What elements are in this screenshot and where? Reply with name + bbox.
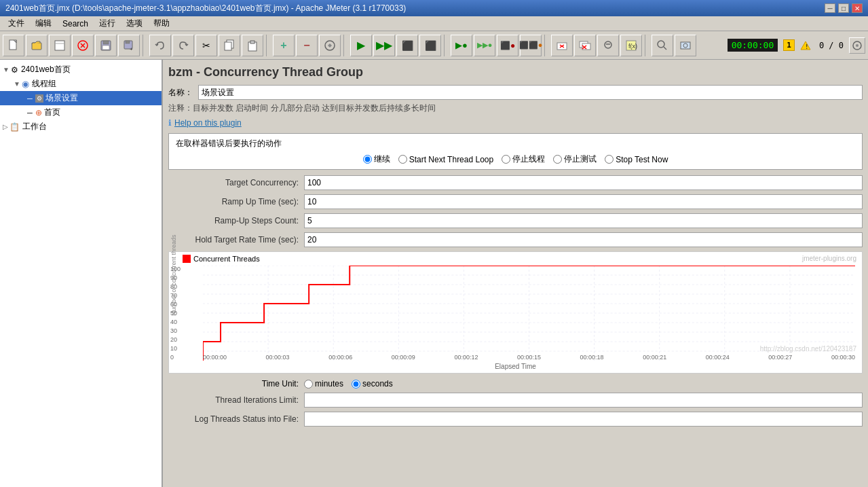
svg-rect-9 <box>102 46 109 50</box>
hold-target-rate-input[interactable] <box>304 232 863 247</box>
start-no-pause-button[interactable]: ▶▶ <box>373 35 395 56</box>
hold-target-rate-label: Hold Target Rate Time (sec): <box>168 235 304 245</box>
time-unit-options: minutes seconds <box>304 379 393 389</box>
radio-stop-thread[interactable]: 停止线程 <box>502 154 545 165</box>
target-concurrency-label: Target Concurrency: <box>168 178 304 187</box>
name-input[interactable] <box>198 85 863 100</box>
menu-help[interactable]: 帮助 <box>148 16 175 31</box>
menu-run[interactable]: 运行 <box>94 16 121 31</box>
tree-label-homepage: 首页 <box>44 107 60 118</box>
radio-next-loop[interactable]: Start Next Thread Loop <box>398 155 494 164</box>
save-button[interactable] <box>95 35 117 56</box>
shutdown-button[interactable]: ⬛ <box>419 35 441 56</box>
function-button[interactable]: f(x) <box>620 35 642 56</box>
scenario-icon: ⚙ <box>35 94 43 103</box>
title-bar-buttons: ─ □ ✕ <box>825 3 863 13</box>
tree-label-scenario: 场景设置 <box>45 92 78 104</box>
error-radio-group: 继续 Start Next Thread Loop 停止线程 停止测试 Stop… <box>176 154 855 165</box>
tree-item-root[interactable]: ▼ ⚙ 2401web首页 <box>0 62 162 77</box>
start-button[interactable]: ▶ <box>350 35 372 56</box>
svg-rect-16 <box>250 41 254 43</box>
iterations-limit-input[interactable] <box>304 393 863 408</box>
tree-item-scenario[interactable]: ─ ⚙ 场景设置 <box>0 91 162 105</box>
chart-svg <box>203 266 855 361</box>
log-status-input[interactable] <box>304 412 863 427</box>
menu-search[interactable]: Search <box>57 18 94 30</box>
error-section-title: 在取样器错误后要执行的动作 <box>176 138 855 149</box>
remote-start-all-button[interactable]: ▶▶● <box>474 35 495 56</box>
svg-line-32 <box>664 47 666 50</box>
expand-button[interactable]: + <box>273 35 295 56</box>
radio-seconds-label: seconds <box>362 379 393 389</box>
close-plan-button[interactable] <box>72 35 94 56</box>
radio-continue-label: 继续 <box>374 154 390 165</box>
save-as-button[interactable]: + <box>118 35 140 56</box>
radio-stop-test[interactable]: 停止测试 <box>553 154 597 165</box>
maximize-button[interactable]: □ <box>838 3 849 13</box>
minimize-button[interactable]: ─ <box>825 3 835 13</box>
svg-rect-11 <box>126 41 130 43</box>
menu-edit[interactable]: 编辑 <box>30 16 57 31</box>
comment-row: 注释：目标并发数 启动时间 分几部分启动 达到目标并发数后持续多长时间 <box>168 103 863 114</box>
target-concurrency-input[interactable] <box>304 175 863 190</box>
time-unit-label: Time Unit: <box>168 379 304 389</box>
radio-continue[interactable]: 继续 <box>363 154 390 165</box>
error-action-section: 在取样器错误后要执行的动作 继续 Start Next Thread Loop … <box>168 133 863 170</box>
browse-button[interactable] <box>597 35 619 56</box>
expand-workbench: ▷ <box>3 123 8 130</box>
open-button[interactable] <box>26 35 48 56</box>
radio-next-loop-label: Start Next Thread Loop <box>409 155 494 164</box>
svg-point-28 <box>609 43 610 45</box>
separator-5 <box>544 35 548 56</box>
tree-item-workbench[interactable]: ▷ 📋 工作台 <box>0 120 162 134</box>
panel-title: bzm - Concurrency Thread Group <box>168 65 863 79</box>
undo-button[interactable] <box>149 35 171 56</box>
redo-button[interactable] <box>172 35 194 56</box>
radio-stop-test-label: 停止测试 <box>564 154 597 165</box>
clear-all-button[interactable] <box>574 35 596 56</box>
stop-button[interactable]: ⬛ <box>396 35 418 56</box>
log-status-label: Log Threads Status into File: <box>168 414 304 424</box>
menu-file[interactable]: 文件 <box>3 16 30 31</box>
toggle-button[interactable] <box>319 35 341 56</box>
svg-rect-2 <box>55 41 64 50</box>
remote-stop-button[interactable]: ⬛● <box>497 35 518 56</box>
radio-minutes[interactable]: minutes <box>304 379 343 389</box>
radio-minutes-label: minutes <box>315 379 343 389</box>
help-link[interactable]: Help on this plugin <box>174 118 242 128</box>
collapse-button[interactable]: − <box>296 35 318 56</box>
y-axis-title: Number of concurrent threads <box>170 309 177 316</box>
radio-seconds[interactable]: seconds <box>352 379 393 389</box>
copy-button[interactable] <box>219 35 240 56</box>
templates-button[interactable] <box>49 35 71 56</box>
search-button[interactable] <box>652 35 673 56</box>
x-axis-title: Elapsed Time <box>495 363 536 370</box>
expand-threadgroup: ▼ <box>14 80 20 88</box>
chart-credit: jmeter-plugins.org <box>802 255 856 262</box>
settings-button[interactable] <box>849 37 865 54</box>
run-ratio: 0 / 0 <box>819 41 844 50</box>
chart-legend-label: Concurrent Threads <box>193 255 260 263</box>
ramp-up-steps-input[interactable] <box>304 213 863 228</box>
tree-label-threadgroup: 线程组 <box>32 78 56 90</box>
tree-item-threadgroup[interactable]: ▼ ◉ 线程组 <box>0 77 162 91</box>
remote-start-button[interactable]: ▶● <box>451 35 472 56</box>
main-layout: ▼ ⚙ 2401web首页 ▼ ◉ 线程组 ─ ⚙ 场景设置 ─ ⊕ 首页 ▷ … <box>0 60 868 487</box>
tree-item-homepage[interactable]: ─ ⊕ 首页 <box>0 105 162 120</box>
radio-stop-test-now-label: Stop Test Now <box>616 155 668 164</box>
new-button[interactable] <box>3 35 24 56</box>
close-button[interactable]: ✕ <box>852 3 863 13</box>
svg-point-31 <box>658 41 664 48</box>
paste-button[interactable] <box>242 35 263 56</box>
menu-options[interactable]: 选项 <box>121 16 148 31</box>
clear-button[interactable] <box>551 35 573 56</box>
ramp-up-time-input[interactable] <box>304 194 863 209</box>
remote-stop-all-button[interactable]: ⬛⬛● <box>520 35 542 56</box>
scenario-dash: ─ <box>27 94 33 103</box>
remote-config-button[interactable] <box>675 35 696 56</box>
ramp-up-steps-row: Ramp-Up Steps Count: <box>168 213 863 228</box>
cut-button[interactable]: ✂ <box>195 35 217 56</box>
workbench-icon: 📋 <box>10 122 20 132</box>
radio-stop-test-now[interactable]: Stop Test Now <box>605 155 668 164</box>
chart-legend: Concurrent Threads <box>183 255 260 263</box>
